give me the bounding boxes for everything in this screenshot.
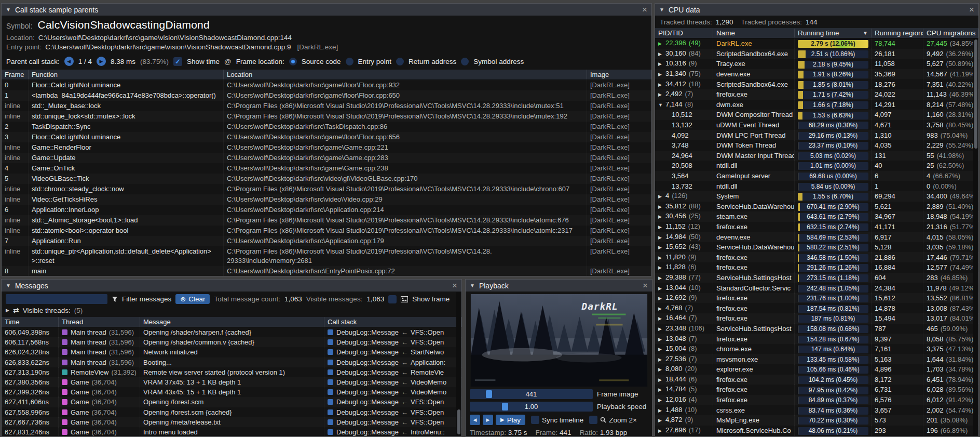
close-icon[interactable]: × [642, 5, 647, 14]
cpu-process-row[interactable]: ▶31,340(75)devenv.exe1.91 s (8.26%)35,36… [655, 69, 978, 80]
cpu-thread-row[interactable]: 3,564GameInput server69.68 us (0.00%)64(… [655, 171, 978, 181]
next-frame-button[interactable]: ▶ [483, 415, 493, 425]
callstack-frame-row[interactable]: inlineVideo::GetTicksHiResC:\Users\wolf\… [2, 194, 651, 205]
column-message[interactable]: Message [140, 317, 324, 327]
next-parent-button[interactable]: ▶ [97, 57, 106, 66]
callstack-frame-row[interactable]: inlineGame::UpdateC:\Users\wolf\Desktop\… [2, 153, 651, 163]
filter-input[interactable] [6, 294, 107, 304]
cpu-process-row[interactable]: ▶13,048(7)firefox.exe154.28 ms (0.67%)9,… [655, 334, 978, 344]
message-row[interactable]: 627,831,246nsGame(36,704)Intro menu load… [2, 427, 461, 436]
cpu-process-row[interactable]: ▶27,696(17)Microsoft.ServiceHub.Co48.06 … [655, 426, 978, 436]
column-name[interactable]: Name [713, 29, 795, 37]
callstack-frame-row[interactable]: 7Application::RunC:\Users\wolf\Desktop\d… [2, 236, 651, 246]
message-row[interactable]: 606,117,568nsMain thread(31,596)Opening … [2, 337, 461, 347]
column-pid-tid[interactable]: PID/TID [655, 29, 713, 37]
close-icon[interactable]: × [969, 5, 974, 14]
expander-icon[interactable]: ▶ [6, 308, 9, 313]
message-row[interactable]: 627,667,736nsGame(36,704)Opening /meta/r… [2, 417, 461, 427]
column-frame[interactable]: Frame [2, 70, 29, 80]
cpu-process-row[interactable]: ▶16,464(7)firefox.exe187 ms (0.81%)15,49… [655, 313, 978, 324]
cpu-process-row[interactable]: ▶2,492(7)firefox.exe1.71 s (7.42%)24,022… [655, 89, 978, 100]
cpu-process-row[interactable]: ▶10,316(9)Tracy.exe2.18 s (9.45%)11,0585… [655, 59, 978, 69]
cpu-process-row[interactable]: ▶34,412(18)ScriptedSandbox64.exe1.85 s (… [655, 79, 978, 89]
cpu-process-row[interactable]: ▶8,080(20)explorer.exe105.66 ms (0.46%)4… [655, 364, 978, 375]
column-thread[interactable]: Thread [59, 317, 140, 327]
cpu-process-row[interactable]: ▶27,536(7)msvsmon.exe133.45 ms (0.58%)5,… [655, 354, 978, 364]
message-row[interactable]: 606,049,398nsMain thread(31,596)Opening … [2, 327, 461, 337]
column-callstack[interactable]: Call stack [324, 317, 461, 327]
cpu-process-row[interactable]: ▶11,152(12)firefox.exe632.15 ms (2.74%)4… [655, 222, 978, 232]
frame-image-slider[interactable]: 441 [470, 389, 593, 399]
radio-symbol-address[interactable] [461, 58, 469, 65]
collapse-icon[interactable]: ▼ [6, 283, 11, 288]
collapse-row-icon[interactable]: ▼ [658, 100, 665, 110]
column-running-time[interactable]: Running time ▼ [795, 29, 872, 37]
callstack-frame-row[interactable]: inlinestd::atomic<bool>::operator boolC:… [2, 226, 651, 236]
scrollbar-thumb[interactable] [974, 39, 977, 149]
cpu-process-row[interactable]: ▶4(126)System1.55 s (6.70%)69,29434,400(… [655, 191, 978, 202]
cpu-process-row[interactable]: ▶14,984(50)devenv.exe584.69 ms (2.53%)6,… [655, 232, 978, 242]
callstack-frame-row[interactable]: 3Floor::CalcLightNoLuminanceC:\Users\wol… [2, 132, 651, 142]
cpu-thread-row[interactable]: 3,748DWM Token Thread23.37 ms (0.10%)4,0… [655, 140, 978, 151]
callstack-frame-row[interactable]: inlineGame::RenderFloorC:\Users\wolf\Des… [2, 142, 651, 153]
callstack-frame-row[interactable]: inlinestd::_Atomic_storage<bool,1>::load… [2, 215, 651, 226]
callstack-frame-row[interactable]: inlinestd::chrono::steady_clock::nowC:\P… [2, 184, 651, 194]
cpu-process-row[interactable]: ▶1,488(10)csrss.exe83.74 ms (0.36%)3,657… [655, 405, 978, 415]
column-running-regions[interactable]: Running regions [872, 29, 923, 37]
cpu-process-row[interactable]: ▶13,044(10)StandardCollector.Servic242.4… [655, 283, 978, 293]
cpu-process-row[interactable]: ▶4,768(7)firefox.exe187.54 ms (0.81%)14,… [655, 303, 978, 313]
cpu-titlebar[interactable]: ▼ CPU data × [655, 4, 978, 16]
column-time[interactable]: Time [2, 317, 59, 327]
cpu-process-row[interactable]: ▶11,820(9)firefox.exe346.58 ms (1.50%)21… [655, 252, 978, 262]
radio-source-code[interactable] [289, 58, 297, 65]
cpu-thread-row[interactable]: 13,132uDWM Event Thread68.29 ms (0.30%)4… [655, 120, 978, 130]
sync-timeline-checkbox[interactable] [531, 416, 539, 424]
cpu-process-row[interactable]: ▶15,004(8)chrome.exe147 ms (0.64%)7,1613… [655, 344, 978, 354]
cpu-thread-row[interactable]: 10,512DWM Compositor Thread1.53 s (6.63%… [655, 110, 978, 120]
cpu-process-row[interactable]: ▶30,160(84)ScriptedSandbox64.exe2.51 s (… [655, 49, 978, 59]
visible-threads-expander[interactable]: ▶ ⇄ Visible threads: (5) [2, 306, 461, 317]
cpu-process-row[interactable]: ▶35,812(88)ServiceHub.DataWarehou670.41 … [655, 202, 978, 212]
cpu-thread-row[interactable]: 13,732ntdll.dll5.84 us (0.00%)10(0.00%) [655, 181, 978, 191]
scrollbar-thumb[interactable] [457, 409, 460, 434]
collapse-icon[interactable]: ▼ [6, 7, 11, 12]
message-row[interactable]: 626,024,328nsMain thread(31,596)Network … [2, 347, 461, 357]
callstack-frame-row[interactable]: inlinestd::_Mutex_base::lockC:\Program F… [2, 101, 651, 111]
prev-parent-button[interactable]: ◀ [64, 57, 74, 66]
show-time-checkbox[interactable]: ✓ [173, 57, 182, 66]
radio-return-address[interactable] [396, 58, 404, 65]
cpu-process-row[interactable]: ▶18,444(6)firefox.exe104.2 ms (0.45%)8,1… [655, 375, 978, 385]
callstack-frame-row[interactable]: inlinestd::unique_lock<std::mutex>::lock… [2, 111, 651, 122]
playback-titlebar[interactable]: ▼ Playback × [466, 280, 652, 292]
cpu-thread-row[interactable]: 4,092DWM LPC Port Thread29.16 ms (0.13%)… [655, 130, 978, 140]
callstack-titlebar[interactable]: ▼ Call stack sample parents × [2, 4, 651, 16]
message-row[interactable]: 627,399,326nsGame(36,704)VRAM 43x45: 15 … [2, 387, 461, 397]
callstack-frame-row[interactable]: 1<lambda_84a19dc444fae966ca174e83e708bdc… [2, 90, 651, 101]
cpu-thread-row[interactable]: 24,964DWM Master Input Thread5.03 ms (0.… [655, 151, 978, 161]
message-row[interactable]: 626,833,622nsMain thread(31,596)Booting.… [2, 357, 461, 367]
cpu-vertical-scrollbar[interactable] [973, 38, 978, 435]
zoom-checkbox[interactable] [589, 416, 597, 424]
column-cpu-migrations[interactable]: CPU migrations [923, 29, 978, 37]
cpu-process-row[interactable]: ▶22,396(49)DarkRL.exe2.79 s (12.06%)78,7… [655, 38, 978, 49]
prev-frame-button[interactable]: ◀ [470, 415, 480, 425]
cpu-process-row[interactable]: ▶12,016(4)firefox.exe84.89 ms (0.37%)6,5… [655, 395, 978, 405]
clear-button[interactable]: ⊗ Clear [175, 294, 210, 304]
message-row[interactable]: 627,558,996nsGame(36,704)Opening /forest… [2, 407, 461, 417]
message-row[interactable]: 627,411,606nsGame(36,704)Opening /forest… [2, 397, 461, 407]
collapse-icon[interactable]: ▼ [470, 283, 475, 288]
cpu-process-row[interactable]: ▶14,784(5)firefox.exe97.95 ms (0.42%)6,7… [655, 385, 978, 395]
cpu-process-row[interactable]: ▶15,652(43)ServiceHub.DataWarehou580.22 … [655, 242, 978, 253]
message-row[interactable]: 627,380,356nsGame(36,704)VRAM 37x45: 13 … [2, 377, 461, 387]
cpu-process-row[interactable]: ▼7,144(8)dwm.exe1.66 s (7.18%)14,2918,21… [655, 100, 978, 110]
radio-entry-point[interactable] [346, 58, 353, 65]
play-button[interactable]: ▶ Play [496, 415, 525, 425]
column-location[interactable]: Location [224, 70, 587, 80]
column-image[interactable]: Image [587, 70, 651, 80]
callstack-frame-row[interactable]: 2TaskDispatch::SyncC:\Users\wolf\Desktop… [2, 122, 651, 132]
messages-titlebar[interactable]: ▼ Messages × [2, 280, 461, 292]
cpu-process-row[interactable]: ▶30,456(25)steam.exe643.61 ms (2.79%)34,… [655, 211, 978, 222]
cpu-thread-row[interactable]: 20,508ntdll.dll1.01 ms (0.00%)4025(62.50… [655, 161, 978, 171]
playback-speed-slider[interactable]: 1.00 [470, 402, 593, 412]
expand-row-icon[interactable]: ▶ [658, 426, 665, 436]
